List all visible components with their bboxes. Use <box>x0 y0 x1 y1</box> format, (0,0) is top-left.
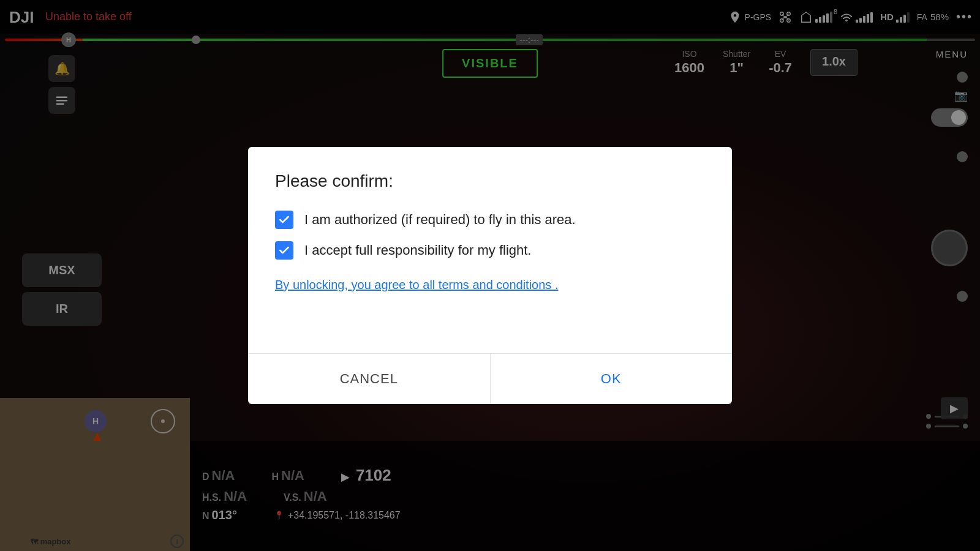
checkbox-1[interactable] <box>275 211 293 229</box>
modal-title: Please confirm: <box>275 171 705 191</box>
checkbox-1-label: I am authorized (if required) to fly in … <box>304 212 576 228</box>
terms-link[interactable]: By unlocking, you agree to all terms and… <box>275 278 705 292</box>
cancel-button[interactable]: CANCEL <box>248 354 491 404</box>
checkbox-row-1: I am authorized (if required) to fly in … <box>275 211 705 229</box>
checkbox-2-label: I accept full responsibility for my flig… <box>304 242 531 258</box>
ok-button[interactable]: OK <box>491 354 733 404</box>
checkbox-2[interactable] <box>275 241 293 260</box>
confirm-modal: Please confirm: I am authorized (if requ… <box>248 147 732 404</box>
modal-footer: CANCEL OK <box>248 353 732 404</box>
checkbox-row-2: I accept full responsibility for my flig… <box>275 241 705 260</box>
modal-overlay: Please confirm: I am authorized (if requ… <box>0 0 980 551</box>
